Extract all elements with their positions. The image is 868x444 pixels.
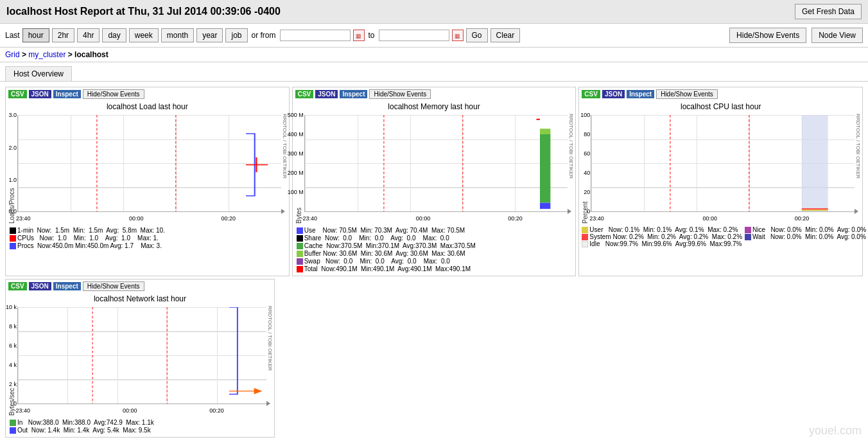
- time-btn-hour[interactable]: hour: [22, 28, 49, 42]
- memory-json-button[interactable]: JSON: [315, 90, 338, 98]
- cpu-legend-idle: Idle Now:99.7% Min:99.6% Avg:99.6% Max:9…: [582, 240, 742, 247]
- svg-rect-9: [536, 119, 539, 120]
- mem-legend-cache: Cache Now:370.5M Min:370.1M Avg:370.3M M…: [297, 242, 572, 249]
- memory-legend: Use Now: 70.5M Min: 70.3M Avg: 70.4M Max…: [293, 225, 576, 276]
- breadcrumb-cluster[interactable]: my_cluster: [28, 50, 65, 59]
- net-legend-color-in: [10, 420, 16, 426]
- net-x-tick-2340: 23:40: [15, 407, 30, 414]
- node-view-button[interactable]: Node View: [812, 28, 863, 43]
- mem-x-tick-0000: 00:00: [416, 215, 431, 222]
- time-btn-2hr[interactable]: 2hr: [52, 28, 74, 42]
- memory-chart-panel: CSV JSON Inspect Hide/Show Events localh…: [292, 87, 577, 276]
- cpu-chart-plot: 100 80 60 40 20 0 23:40 00:00 00:20: [591, 115, 855, 212]
- load-rrdtool-label: RRDTOOL / TOBI OETIKER: [281, 112, 289, 225]
- toolbar: Last hour 2hr 4hr day week month year jo…: [0, 24, 868, 48]
- cpu-hide-show-button[interactable]: Hide/Show Events: [656, 89, 718, 99]
- y-tick-400m: 400 M: [288, 131, 305, 138]
- cpu-inspect-button[interactable]: Inspect: [627, 90, 654, 98]
- mem-x-tick-0020: 00:20: [508, 215, 523, 222]
- time-btn-day[interactable]: day: [102, 28, 126, 42]
- cpu-x-axis-arrow: [855, 209, 858, 214]
- load-inspect-button[interactable]: Inspect: [53, 90, 81, 98]
- net-y-tick-4k: 4 k: [9, 362, 18, 368]
- load-chart-svg: [18, 115, 281, 211]
- y-tick-2: 2.0: [8, 145, 18, 151]
- go-button[interactable]: Go: [466, 28, 488, 42]
- to-date-input[interactable]: [379, 30, 449, 41]
- network-hide-show-button[interactable]: Hide/Show Events: [83, 281, 144, 291]
- watermark: youel.com: [809, 424, 862, 438]
- legend-color-cpus: [10, 235, 16, 242]
- cpu-y-tick-60: 60: [584, 150, 591, 157]
- breadcrumb-host: localhost: [74, 50, 108, 59]
- load-chart-plot: 3.0 2.0 1.0 0.0 23:40 00:00 00:20: [17, 115, 281, 212]
- or-from-label: or from: [252, 31, 276, 40]
- network-json-button[interactable]: JSON: [29, 282, 51, 290]
- network-chart-svg: [18, 307, 266, 404]
- cpu-chart-title: localhost CPU last hour: [579, 101, 862, 112]
- cpu-legend: User Now: 0.1% Min: 0.1% Avg: 0.1% Max: …: [579, 225, 862, 250]
- mem-legend-color-total: [297, 266, 303, 272]
- cpu-chart-toolbar: CSV JSON Inspect Hide/Show Events: [579, 87, 862, 101]
- y-tick-1: 1.0: [8, 177, 18, 183]
- memory-inspect-button[interactable]: Inspect: [340, 90, 367, 98]
- net-x-axis-arrow: [266, 401, 270, 406]
- net-y-tick-8k: 8 k: [9, 323, 18, 330]
- hide-show-events-button[interactable]: Hide/Show Events: [729, 28, 806, 43]
- charts-container: CSV JSON Inspect Hide/Show Events localh…: [0, 84, 868, 443]
- net-y-tick-6k: 6 k: [9, 342, 18, 349]
- time-btn-month[interactable]: month: [161, 28, 194, 42]
- svg-rect-7: [540, 134, 550, 202]
- svg-rect-13: [802, 209, 828, 211]
- time-btn-year[interactable]: year: [196, 28, 223, 42]
- cpu-csv-button[interactable]: CSV: [582, 90, 600, 98]
- memory-chart-inner: Bytes 500 M 400 M 300 M 200 M 100 M 23:4…: [293, 112, 576, 225]
- cpu-json-button[interactable]: JSON: [602, 90, 625, 98]
- load-chart-toolbar: CSV JSON Inspect Hide/Show Events: [6, 87, 289, 101]
- network-csv-button[interactable]: CSV: [8, 282, 27, 290]
- network-chart-panel: CSV JSON Inspect Hide/Show Events localh…: [5, 279, 275, 438]
- load-json-button[interactable]: JSON: [29, 90, 51, 98]
- memory-chart-svg: [305, 115, 568, 211]
- from-cal-icon[interactable]: ▦: [353, 30, 365, 41]
- net-legend-out: Out Now: 1.4k Min: 1.4k Avg: 5.4k Max: 9…: [10, 427, 270, 434]
- y-tick-0: 0.0: [8, 208, 18, 215]
- cpu-y-tick-40: 40: [584, 170, 591, 176]
- time-btn-week[interactable]: week: [129, 28, 159, 42]
- load-csv-button[interactable]: CSV: [8, 90, 27, 98]
- host-overview-tab[interactable]: Host Overview: [5, 66, 72, 81]
- svg-rect-14: [802, 208, 828, 209]
- y-tick-200m: 200 M: [288, 170, 305, 176]
- memory-chart-toolbar: CSV JSON Inspect Hide/Show Events: [293, 87, 576, 101]
- legend-color-1min: [10, 227, 16, 234]
- from-date-input[interactable]: [280, 30, 351, 41]
- mem-legend-swap: Swap Now: 0.0 Min: 0.0 Avg: 0.0 Max: 0.0: [297, 258, 572, 265]
- network-rrdtool-label: RRDTOOL / TOBI OETIKER: [266, 305, 274, 417]
- mem-legend-color-swap: [297, 258, 303, 265]
- cpu-chart-svg: [591, 115, 855, 211]
- clear-button[interactable]: Clear: [490, 28, 521, 42]
- net-legend-color-out: [10, 427, 16, 434]
- cpu-rrdtool-label: RRDTOOL / TOBI OETIKER: [855, 112, 862, 225]
- time-btn-4hr[interactable]: 4hr: [77, 28, 100, 42]
- time-btn-job[interactable]: job: [225, 28, 247, 42]
- get-fresh-data-button[interactable]: Get Fresh Data: [795, 4, 862, 19]
- cpu-y-tick-0: 0: [587, 208, 591, 215]
- memory-csv-button[interactable]: CSV: [295, 90, 314, 98]
- load-hide-show-button[interactable]: Hide/Show Events: [83, 89, 144, 99]
- to-cal-icon[interactable]: ▦: [452, 30, 464, 41]
- last-label: Last: [5, 31, 20, 40]
- cpu-x-tick-0000: 00:00: [702, 215, 717, 222]
- legend-color-procs: [10, 243, 16, 249]
- cpu-legend-user: User Now: 0.1% Min: 0.1% Avg: 0.1% Max: …: [582, 226, 742, 233]
- chart-row-2: CSV JSON Inspect Hide/Show Events localh…: [5, 279, 863, 438]
- y-tick-500m: 500 M: [288, 112, 305, 118]
- memory-hide-show-button[interactable]: Hide/Show Events: [369, 89, 431, 99]
- breadcrumb-grid[interactable]: Grid: [5, 50, 20, 59]
- cpu-y-tick-80: 80: [584, 131, 591, 138]
- network-inspect-button[interactable]: Inspect: [53, 282, 81, 290]
- cpu-legend-wait: Wait Now: 0.0% Min: 0.0% Avg: 0.0% Max: …: [745, 233, 868, 240]
- mem-legend-total: Total Now:490.1M Min:490.1M Avg:490.1M M…: [297, 265, 572, 272]
- network-chart-plot: 10 k 8 k 6 k 4 k 2 k 0 23:40 00:00 00:20: [17, 307, 266, 404]
- load-legend: 1-min Now: 1.5m Min: 1.5m Avg: 5.8m Max:…: [6, 225, 289, 253]
